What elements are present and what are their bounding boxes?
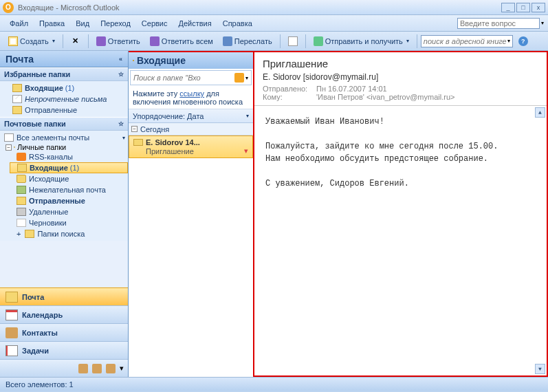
message-subject: Приглашение (146, 147, 194, 155)
message-body: ▲ Уважаемый Иван Иванович! Пожалуйста, з… (254, 106, 547, 375)
folder-list-icon[interactable] (92, 364, 102, 373)
send-receive-icon (314, 36, 323, 46)
scroll-down-button[interactable]: ▼ (535, 364, 545, 374)
help-question-input[interactable] (457, 18, 540, 29)
nav-header-label: Почта (6, 54, 34, 65)
reply-all-button[interactable]: Ответить всем (146, 34, 217, 48)
menu-edit[interactable]: Правка (34, 18, 70, 29)
status-text: Всего элементов: 1 (6, 380, 74, 389)
forward-button[interactable]: Переслать (219, 34, 276, 48)
mail-nav-icon (6, 292, 18, 303)
tree-search-folders[interactable]: +Папки поиска (10, 228, 128, 239)
nav-contacts-button[interactable]: Контакты (0, 323, 128, 341)
rss-icon (17, 153, 26, 161)
fav-sent[interactable]: Отправленные (0, 105, 128, 116)
contacts-nav-icon (6, 327, 18, 338)
menu-tools[interactable]: Сервис (136, 18, 173, 29)
instant-search-hint: Нажмите эту ссылку для включения мгновен… (129, 87, 253, 109)
delete-button[interactable]: ✕ (67, 34, 85, 48)
categorize-button[interactable] (284, 34, 302, 48)
sent-value: Пн 16.07.2007 14:01 (316, 85, 387, 93)
nav-calendar-button[interactable]: Календарь (0, 305, 128, 323)
new-button[interactable]: Создать▾ (4, 34, 59, 48)
menu-actions[interactable]: Действия (173, 18, 217, 29)
instant-search-link[interactable]: ссылку (179, 89, 204, 98)
folder-search[interactable]: ▾ (130, 70, 252, 85)
help-dropdown-icon[interactable]: ▾ (541, 20, 544, 26)
tree-deleted[interactable]: Удаленные (10, 206, 128, 217)
nav-bottom: Почта Календарь Контакты Задачи ▾ (0, 287, 128, 377)
navigation-pane: Почта « Избранные папки☆ Входящие (1) Не… (0, 51, 129, 377)
all-mail-items[interactable]: Все элементы почты▾ (0, 132, 128, 143)
message-item[interactable]: E. Sidorov 14... Приглашение▾ (129, 135, 253, 158)
scroll-up-button[interactable]: ▲ (535, 107, 545, 118)
configure-buttons-icon[interactable]: ▾ (120, 364, 124, 373)
tree-sent[interactable]: Отправленные (10, 195, 128, 206)
sent-icon (12, 106, 22, 114)
shortcuts-icon[interactable] (106, 364, 116, 373)
maximize-button[interactable]: □ (516, 3, 530, 12)
help-icon: ? (518, 36, 528, 46)
fav-unread[interactable]: Непрочтенные письма (0, 94, 128, 105)
favorites-header[interactable]: Избранные папки☆ (0, 67, 128, 81)
reply-button[interactable]: Ответить (92, 34, 144, 48)
address-search-input[interactable] (424, 37, 506, 45)
minimize-button[interactable]: _ (501, 3, 515, 12)
nav-mail-button[interactable]: Почта (0, 287, 128, 305)
inbox-icon (17, 164, 27, 172)
sort-header[interactable]: Упорядочение: Дата▾ (129, 109, 253, 123)
categorize-icon (288, 36, 298, 46)
close-button[interactable]: x (531, 3, 545, 12)
menu-file[interactable]: Файл (4, 18, 34, 29)
status-bar: Всего элементов: 1 (0, 377, 548, 391)
forward-icon (223, 36, 232, 46)
reading-from: E. Sidorov [sidorov@mymail.ru] (263, 72, 538, 82)
menu-go[interactable]: Переход (95, 18, 136, 29)
tree-drafts[interactable]: Черновики (10, 217, 128, 228)
nav-header: Почта « (0, 51, 128, 67)
send-receive-button[interactable]: Отправить и получить▾ (309, 34, 413, 48)
collapse-icon[interactable]: − (131, 126, 138, 132)
draft-icon (17, 219, 26, 227)
address-search[interactable]: ▾ (421, 35, 513, 47)
menu-view[interactable]: Вид (70, 18, 95, 29)
delete-icon: ✕ (71, 36, 80, 46)
notes-icon[interactable] (78, 364, 88, 373)
new-icon (8, 36, 18, 46)
message-header: Приглашение E. Sidorov [sidorov@mymail.r… (254, 52, 547, 106)
reply-icon (96, 36, 106, 46)
help-button[interactable]: ? (514, 34, 532, 48)
body-line: С уважением, Сидоров Евгений. (265, 177, 536, 190)
tree-rss[interactable]: RSS-каналы (10, 151, 128, 162)
to-value: 'Иван Петров' <ivan_petrov@mymail.ru> (316, 93, 454, 101)
search-all-icon (4, 133, 14, 142)
calendar-nav-icon (6, 309, 18, 320)
reply-label: Ответить (108, 37, 140, 45)
reply-all-icon (150, 36, 160, 46)
chevron-icon: ☆ (118, 71, 124, 78)
tree-outbox[interactable]: Исходящие (10, 173, 128, 184)
sent-icon (17, 197, 26, 205)
list-header: Входящие (129, 52, 253, 69)
nav-tasks-button[interactable]: Задачи (0, 341, 128, 359)
mail-folders-header[interactable]: Почтовые папки☆ (0, 117, 128, 131)
mail-icon (12, 95, 22, 103)
nav-collapse-icon[interactable]: « (119, 56, 122, 63)
new-label: Создать (20, 37, 49, 45)
flag-icon[interactable]: ▾ (244, 146, 248, 155)
fav-inbox[interactable]: Входящие (1) (0, 83, 128, 94)
tree-junk[interactable]: Нежелательная почта (10, 184, 128, 195)
tree-inbox[interactable]: Входящие (1) (10, 162, 128, 173)
body-line: Нам необходимо обсудить предстоящее собр… (265, 153, 536, 165)
reading-subject: Приглашение (263, 58, 538, 69)
personal-folders[interactable]: −Личные папки (0, 143, 128, 151)
folder-search-input[interactable] (133, 74, 234, 82)
expand-icon[interactable]: + (17, 230, 21, 238)
date-group-header[interactable]: −Сегодня (129, 123, 253, 135)
menu-help[interactable]: Справка (217, 18, 258, 29)
menubar: Файл Правка Вид Переход Сервис Действия … (0, 15, 548, 32)
collapse-icon[interactable]: − (6, 144, 12, 151)
junk-icon (17, 186, 26, 194)
search-icon[interactable] (234, 73, 244, 83)
search-folder-icon (25, 230, 34, 238)
